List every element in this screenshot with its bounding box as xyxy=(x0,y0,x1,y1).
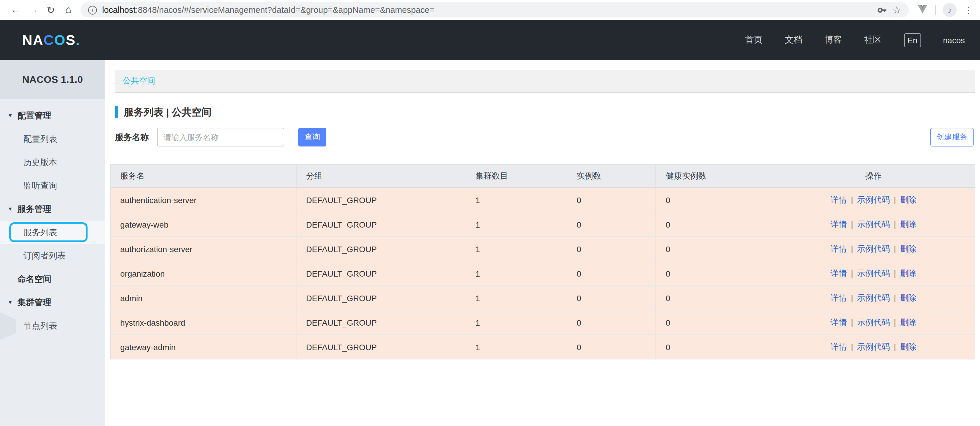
nacos-logo[interactable]: NACOS. xyxy=(22,32,80,48)
action-separator: | xyxy=(894,342,896,351)
sidebar-item-配置管理[interactable]: ▼配置管理 xyxy=(0,104,105,127)
cell-clusters: 1 xyxy=(466,310,567,335)
breadcrumb-namespace-link[interactable]: 公共空间 xyxy=(123,76,155,86)
sidebar-item-历史版本[interactable]: 历史版本 xyxy=(0,151,105,174)
detail-link[interactable]: 详情 xyxy=(830,244,847,253)
breadcrumb: 公共空间 xyxy=(115,70,975,93)
detail-link[interactable]: 详情 xyxy=(830,342,847,351)
cell-instances: 0 xyxy=(567,310,656,335)
home-icon[interactable]: ⌂ xyxy=(59,4,77,16)
detail-link[interactable]: 详情 xyxy=(830,268,847,278)
header-healthy-instance-count: 健康实例数 xyxy=(656,164,772,188)
action-separator: | xyxy=(851,195,853,204)
language-toggle[interactable]: En xyxy=(904,33,921,47)
sidebar-item-订阅者列表[interactable]: 订阅者列表 xyxy=(0,244,105,267)
sample-code-link[interactable]: 示例代码 xyxy=(857,292,890,302)
sidebar-item-服务管理[interactable]: ▼服务管理 xyxy=(0,197,105,221)
sample-code-link[interactable]: 示例代码 xyxy=(857,268,890,278)
service-name-input[interactable] xyxy=(157,128,284,146)
action-separator: | xyxy=(894,195,896,204)
page-title-bar: 服务列表 | 公共空间 xyxy=(115,105,975,120)
bookmark-star-icon[interactable]: ☆ xyxy=(892,4,902,16)
browser-menu-icon[interactable]: ⋮ xyxy=(964,5,973,16)
cell-clusters: 1 xyxy=(466,286,567,310)
address-bar[interactable]: i localhost:8848/nacos/#/serviceManageme… xyxy=(81,2,909,17)
detail-link[interactable]: 详情 xyxy=(830,292,847,302)
cell-name: authorization-server xyxy=(111,237,296,261)
detail-link[interactable]: 详情 xyxy=(830,317,847,326)
table-row: authorization-serverDEFAULT_GROUP100详情|示… xyxy=(111,237,975,261)
sidebar-item-label: 配置列表 xyxy=(23,134,57,145)
sidebar-item-label: 配置管理 xyxy=(18,110,51,121)
logo-s: S xyxy=(66,32,76,48)
cell-healthy: 0 xyxy=(656,286,772,310)
action-separator: | xyxy=(894,317,896,326)
main-content: 公共空间 服务列表 | 公共空间 服务名称 查询 创建服务 服务名 分组 集群数… xyxy=(105,60,980,426)
sidebar-item-监听查询[interactable]: 监听查询 xyxy=(0,174,105,197)
detail-link[interactable]: 详情 xyxy=(830,195,847,204)
table-row: gateway-webDEFAULT_GROUP100详情|示例代码|删除 xyxy=(111,212,975,237)
action-separator: | xyxy=(851,219,853,229)
nav-docs[interactable]: 文档 xyxy=(785,35,802,46)
sidebar-version: NACOS 1.1.0 xyxy=(0,60,105,99)
nav-blog[interactable]: 博客 xyxy=(824,35,842,46)
nav-community[interactable]: 社区 xyxy=(864,35,881,46)
cell-name: organization xyxy=(111,261,296,286)
action-separator: | xyxy=(851,317,853,326)
toolbar-divider xyxy=(935,5,935,15)
back-icon[interactable]: ← xyxy=(7,4,24,16)
delete-link[interactable]: 删除 xyxy=(900,195,916,204)
detail-link[interactable]: 详情 xyxy=(830,219,847,229)
sample-code-link[interactable]: 示例代码 xyxy=(857,244,890,253)
cell-operations: 详情|示例代码|删除 xyxy=(772,212,975,237)
sidebar-item-集群管理[interactable]: ▼集群管理 xyxy=(0,291,105,314)
delete-link[interactable]: 删除 xyxy=(900,219,916,229)
sample-code-link[interactable]: 示例代码 xyxy=(857,317,890,326)
delete-link[interactable]: 删除 xyxy=(900,317,916,326)
title-accent-bar xyxy=(115,106,118,118)
sample-code-link[interactable]: 示例代码 xyxy=(857,195,890,204)
query-button[interactable]: 查询 xyxy=(298,128,326,146)
delete-link[interactable]: 删除 xyxy=(900,244,916,253)
delete-link[interactable]: 删除 xyxy=(900,292,916,302)
username-label[interactable]: nacos xyxy=(943,35,965,45)
cell-group: DEFAULT_GROUP xyxy=(296,261,466,286)
logo-c: C xyxy=(43,32,54,48)
url-path: :8848/nacos/#/serviceManagement?dataId=&… xyxy=(135,5,434,14)
logo-dot: . xyxy=(76,32,80,48)
cell-name: gateway-admin xyxy=(111,335,296,359)
create-service-button[interactable]: 创建服务 xyxy=(931,128,974,146)
table-row: adminDEFAULT_GROUP100详情|示例代码|删除 xyxy=(111,286,975,310)
sidebar-item-命名空间[interactable]: 命名空间 xyxy=(0,267,105,291)
delete-link[interactable]: 删除 xyxy=(900,342,916,351)
forward-icon[interactable]: → xyxy=(24,4,42,16)
sample-code-link[interactable]: 示例代码 xyxy=(857,219,890,229)
sidebar: NACOS 1.1.0 ▼配置管理配置列表历史版本监听查询▼服务管理服务列表订阅… xyxy=(0,60,105,426)
site-info-icon[interactable]: i xyxy=(88,6,97,14)
cell-name: authentication-server xyxy=(111,188,296,212)
music-extension-icon[interactable]: ♪ xyxy=(943,3,957,17)
cell-clusters: 1 xyxy=(466,237,567,261)
browser-window: ← → ↻ ⌂ i localhost:8848/nacos/#/service… xyxy=(0,0,980,426)
nav-home[interactable]: 首页 xyxy=(745,35,762,46)
password-key-icon[interactable] xyxy=(877,5,887,15)
delete-link[interactable]: 删除 xyxy=(900,268,916,278)
sidebar-item-配置列表[interactable]: 配置列表 xyxy=(0,127,105,151)
table-row: organizationDEFAULT_GROUP100详情|示例代码|删除 xyxy=(111,261,975,286)
cell-group: DEFAULT_GROUP xyxy=(296,335,466,359)
cell-operations: 详情|示例代码|删除 xyxy=(772,310,975,335)
url-host: localhost xyxy=(102,5,135,14)
cell-group: DEFAULT_GROUP xyxy=(296,310,466,335)
sidebar-menu: ▼配置管理配置列表历史版本监听查询▼服务管理服务列表订阅者列表命名空间▼集群管理… xyxy=(0,99,105,337)
url-text[interactable]: localhost:8848/nacos/#/serviceManagement… xyxy=(102,5,434,14)
sample-code-link[interactable]: 示例代码 xyxy=(857,342,890,351)
sidebar-item-label: 节点列表 xyxy=(23,320,57,331)
sidebar-item-服务列表[interactable]: 服务列表 xyxy=(0,221,105,244)
reload-icon[interactable]: ↻ xyxy=(42,4,59,16)
vue-devtools-icon[interactable] xyxy=(917,4,928,16)
sidebar-item-label: 集群管理 xyxy=(18,297,51,308)
table-row: authentication-serverDEFAULT_GROUP100详情|… xyxy=(111,188,975,212)
header-cluster-count: 集群数目 xyxy=(466,164,567,188)
header-operations: 操作 xyxy=(772,164,975,188)
browser-extensions-area: ♪ ⋮ xyxy=(917,3,973,17)
